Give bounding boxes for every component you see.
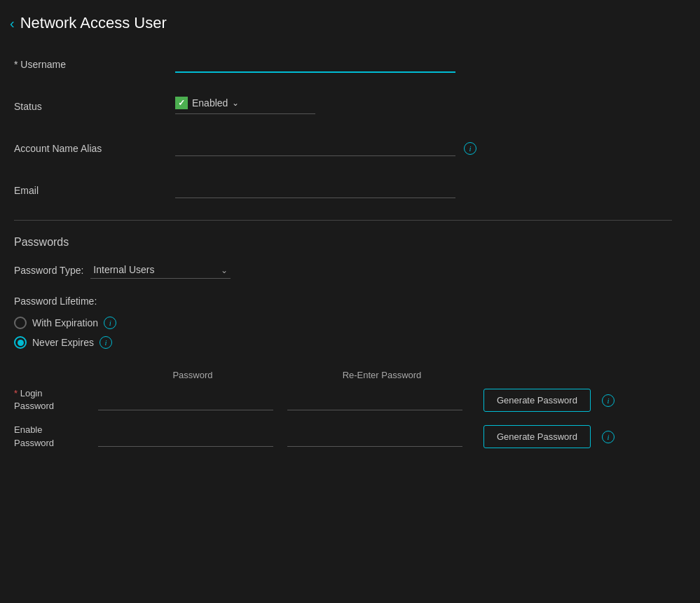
enable-generate-password-button[interactable]: Generate Password	[483, 425, 591, 448]
re-enter-col-header: Re-Enter Password	[287, 370, 476, 380]
enable-password-info-icon[interactable]: i	[602, 430, 615, 443]
login-password-info-icon[interactable]: i	[602, 394, 615, 407]
with-expiration-radio[interactable]	[14, 317, 27, 329]
page-header: ‹ Network Access User	[7, 14, 679, 32]
account-alias-label: Account Name Alias	[14, 136, 175, 154]
info-circle-expiration: i	[104, 317, 116, 329]
info-circle-icon: i	[464, 142, 476, 155]
never-expires-info-icon[interactable]: i	[99, 336, 112, 349]
enable-password-input[interactable]	[98, 427, 273, 447]
with-expiration-label: With Expiration	[32, 317, 98, 328]
page-title: Network Access User	[20, 14, 167, 32]
password-type-row: Password Type: Internal Users External U…	[14, 261, 672, 279]
login-password-input[interactable]	[98, 390, 273, 410]
account-alias-input[interactable]	[175, 136, 455, 156]
status-input-area: ✓ Enabled ⌄	[175, 94, 455, 114]
password-fields-section: Password Re-Enter Password * LoginPasswo…	[14, 370, 672, 450]
with-expiration-row: With Expiration i	[14, 317, 672, 329]
info-circle-never: i	[99, 336, 112, 349]
login-generate-password-button[interactable]: Generate Password	[483, 389, 591, 412]
username-input[interactable]	[175, 52, 455, 73]
status-label: Status	[14, 94, 175, 112]
account-alias-row: Account Name Alias i	[14, 136, 672, 164]
back-arrow-icon[interactable]: ‹	[10, 15, 15, 32]
password-lifetime-section: Password Lifetime: With Expiration i Nev…	[14, 296, 672, 349]
account-alias-input-area	[175, 136, 455, 156]
account-alias-info-icon[interactable]: i	[464, 136, 476, 155]
info-circle-enable: i	[602, 431, 615, 443]
status-checkbox[interactable]: ✓	[175, 97, 188, 109]
status-value: Enabled	[192, 97, 228, 109]
password-lifetime-label: Password Lifetime:	[14, 296, 672, 307]
never-expires-label: Never Expires	[32, 337, 94, 348]
login-label-text: LoginPassword	[14, 388, 54, 411]
username-input-area	[175, 52, 455, 73]
email-row: Email	[14, 178, 672, 206]
form-section: * Username Status ✓ Enabled ⌄ Account Na…	[7, 52, 679, 450]
enable-password-label: EnablePassword	[14, 424, 91, 449]
email-input-area	[175, 178, 455, 198]
username-label: * Username	[14, 52, 175, 70]
password-type-label: Password Type:	[14, 265, 83, 276]
never-expires-row: Never Expires i	[14, 336, 672, 349]
never-expires-radio[interactable]	[14, 336, 27, 349]
password-columns-header: Password Re-Enter Password	[98, 370, 672, 380]
email-input[interactable]	[175, 178, 455, 198]
status-dropdown[interactable]: ✓ Enabled ⌄	[175, 94, 315, 114]
enable-password-inputs	[98, 427, 462, 447]
password-col-header: Password	[98, 370, 287, 380]
login-password-row: * LoginPassword Generate Password i	[14, 387, 672, 413]
password-type-select-wrapper: Internal Users External Users ⌄	[90, 261, 231, 279]
login-password-label: * LoginPassword	[14, 387, 91, 413]
login-reenter-password-input[interactable]	[287, 390, 462, 410]
section-divider	[14, 220, 672, 221]
email-label: Email	[14, 178, 175, 196]
enable-reenter-password-input[interactable]	[287, 427, 462, 447]
required-star: *	[14, 388, 20, 398]
chevron-down-icon[interactable]: ⌄	[232, 98, 239, 108]
status-row: Status ✓ Enabled ⌄	[14, 94, 672, 122]
enable-password-row: EnablePassword Generate Password i	[14, 424, 672, 449]
login-password-inputs	[98, 390, 462, 410]
with-expiration-info-icon[interactable]: i	[104, 317, 116, 329]
check-icon: ✓	[178, 98, 185, 108]
password-type-select[interactable]: Internal Users External Users	[90, 261, 231, 279]
username-row: * Username	[14, 52, 672, 80]
enable-label-text: EnablePassword	[14, 424, 54, 448]
page-container: ‹ Network Access User * Username Status …	[0, 0, 700, 489]
info-circle-login: i	[602, 394, 615, 407]
passwords-section-header: Passwords	[14, 233, 672, 249]
